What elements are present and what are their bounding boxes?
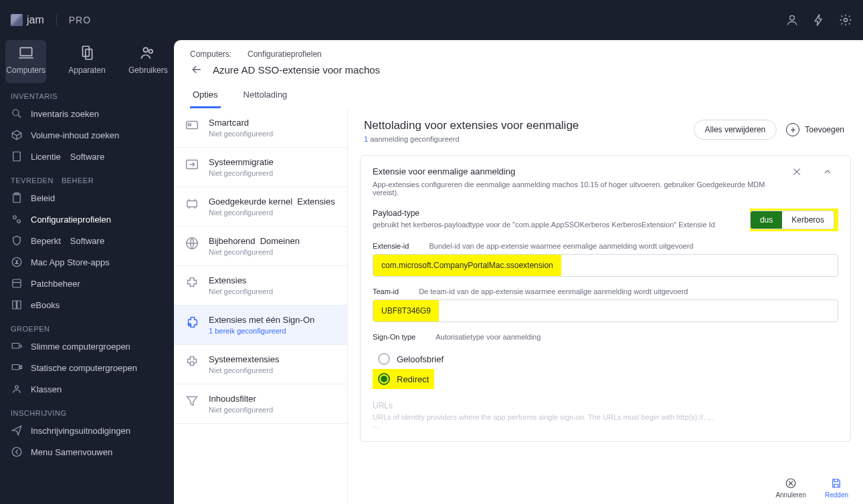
- brand-tier: PRO: [56, 15, 91, 25]
- globe-icon: [185, 236, 199, 251]
- sidebar-smart-groups[interactable]: Slimme computergroepen: [0, 336, 174, 357]
- tab-payload[interactable]: Nettolading: [241, 83, 290, 108]
- back-arrow-icon[interactable]: [190, 63, 203, 76]
- appstore-icon: [11, 256, 23, 268]
- laptop-icon: [17, 44, 35, 61]
- seg-kerberos[interactable]: Kerberos: [782, 211, 834, 229]
- tab-computers[interactable]: Computers: [5, 40, 46, 83]
- sidebar-enroll-invites[interactable]: Inschrijvingsuitnodigingen: [0, 420, 174, 441]
- save-icon: [830, 477, 842, 489]
- logo-mark-icon: [11, 14, 23, 26]
- lightning-icon[interactable]: [812, 13, 826, 27]
- tab-options[interactable]: Opties: [190, 83, 221, 108]
- kernel-icon: [185, 197, 199, 211]
- sidebar-policies[interactable]: Beleid: [0, 187, 174, 209]
- sidebar-collapse-menu[interactable]: Menu Samenvouwen: [0, 441, 174, 463]
- radio-credential[interactable]: Geloofsbrief: [373, 349, 838, 369]
- card-title: Extensie voor eenmalige aanmelding: [373, 166, 791, 176]
- shield-icon: [11, 235, 23, 247]
- team-id-input[interactable]: UBF8T346G9: [373, 299, 838, 322]
- chevron-up-icon[interactable]: [822, 166, 833, 177]
- radio-icon: [378, 373, 390, 385]
- sidebar-patch[interactable]: Patchbeheer: [0, 273, 174, 294]
- opt-content-filter[interactable]: InhoudsfilterNiet geconfigureerd: [174, 384, 347, 424]
- opt-kernel-extensions[interactable]: Goedgekeurde kernel ExtensiesNiet geconf…: [174, 187, 347, 227]
- payload-type-segmented[interactable]: dus Kerberos: [750, 211, 834, 229]
- opt-smartcard[interactable]: SmartcardNiet geconfigureerd: [174, 108, 347, 148]
- page-title: Azure AD SSO-extensie voor machos: [213, 64, 380, 76]
- seg-sso[interactable]: dus: [751, 211, 782, 229]
- static-group-icon: [11, 362, 23, 374]
- payload-type-label: Payload-type: [373, 209, 750, 218]
- svg-point-7: [13, 110, 19, 116]
- svg-point-0: [790, 15, 795, 20]
- tab-users[interactable]: Gebruikers: [128, 40, 169, 83]
- sidebar-license-software[interactable]: LicentieSoftware: [0, 146, 174, 167]
- close-icon[interactable]: [791, 166, 802, 177]
- section-inventory: INVENTARIS: [0, 83, 174, 103]
- cancel-button[interactable]: Annuleren: [775, 477, 806, 499]
- smart-group-icon: [11, 340, 23, 352]
- opt-extensions[interactable]: ExtensiesNiet geconfigureerd: [174, 266, 347, 305]
- collapse-icon: [11, 446, 23, 458]
- smartcard-icon: [185, 118, 199, 132]
- radio-icon: [378, 353, 390, 365]
- class-icon: [11, 383, 23, 395]
- opt-system-migration[interactable]: SysteemmigratieNiet geconfigureerd: [174, 148, 347, 187]
- section-enrollment: INSCHRIJVING: [0, 400, 174, 420]
- svg-rect-2: [20, 47, 31, 55]
- puzzle-icon: [185, 275, 199, 290]
- devices-icon: [78, 44, 96, 61]
- extension-id-input[interactable]: com.microsoft.CompanyPortalMac.ssoextens…: [373, 254, 838, 277]
- svg-point-11: [13, 216, 17, 219]
- payload-heading: Nettolading voor extensies voor eenmalig…: [364, 119, 694, 132]
- opt-associated-domains[interactable]: Bijbehorend DomeinenNiet geconfigureerd: [174, 227, 347, 266]
- svg-rect-17: [20, 366, 21, 369]
- sidebar-restricted-software[interactable]: BeperktSoftware: [0, 230, 174, 251]
- sidebar-static-groups[interactable]: Statische computergroepen: [0, 357, 174, 378]
- sso-icon: [185, 315, 199, 330]
- svg-rect-23: [187, 201, 197, 207]
- extension-id-hint: Bundel-id van de app-extensie waarmee ee…: [429, 242, 693, 250]
- sidebar-mas-apps[interactable]: Mac App Store-apps: [0, 251, 174, 273]
- user-icon[interactable]: [785, 13, 799, 27]
- crumb-computers[interactable]: Computers:: [190, 49, 231, 59]
- users-icon: [139, 44, 157, 61]
- sidebar-config-profiles[interactable]: Configuratieprofielen: [0, 209, 174, 230]
- gear-icon[interactable]: [839, 13, 852, 27]
- opt-sso-extensions[interactable]: Extensies met één Sign-On1 bereik geconf…: [174, 305, 347, 345]
- opt-system-extensions[interactable]: SysteemextensiesNiet geconfigureerd: [174, 345, 347, 384]
- signon-type-hint: Autorisatietype voor aanmelding: [436, 333, 541, 341]
- sidebar-volume-search[interactable]: Volume-inhoud zoeken: [0, 124, 174, 146]
- crumb-config-profiles[interactable]: Configuratieprofielen: [248, 49, 322, 59]
- svg-rect-16: [12, 365, 19, 370]
- section-groups: GROEPEN: [0, 316, 174, 336]
- section-content-mgmt: TEVREDENBEHEER: [0, 167, 174, 187]
- save-button[interactable]: Redden: [825, 477, 848, 499]
- svg-rect-21: [189, 124, 191, 126]
- sidebar-ebooks[interactable]: eBooks: [0, 294, 174, 316]
- svg-point-6: [149, 49, 153, 53]
- plus-icon: +: [786, 123, 799, 136]
- add-payload-button[interactable]: +Toevoegen: [783, 119, 847, 140]
- signon-type-label: Sign-On type: [373, 333, 415, 341]
- payload-subheading: 1 aanmelding geconfigureerd: [364, 132, 694, 143]
- tab-devices[interactable]: Apparaten: [66, 40, 107, 83]
- clipboard-icon: [11, 192, 23, 204]
- cogs-icon: [11, 213, 23, 225]
- sidebar-classes[interactable]: Klassen: [0, 378, 174, 400]
- patch-icon: [11, 277, 23, 289]
- sidebar-inventory-search[interactable]: Inventaris zoeken: [0, 103, 174, 124]
- team-id-label: Team-id: [373, 287, 399, 295]
- remove-all-button[interactable]: Alles verwijderen: [694, 120, 777, 140]
- svg-rect-14: [13, 279, 21, 287]
- extension-id-label: Extensie-id: [373, 242, 409, 250]
- filter-icon: [185, 394, 199, 408]
- team-id-hint: De team-id van de app-extensie waarmee e…: [419, 287, 688, 295]
- svg-rect-15: [12, 344, 19, 349]
- svg-point-12: [17, 220, 21, 223]
- app-logo: jam: [11, 14, 44, 26]
- package-icon: [11, 129, 23, 141]
- radio-redirect[interactable]: Redirect: [373, 369, 434, 389]
- urls-section: URLs URLs of identity providers where th…: [373, 401, 838, 429]
